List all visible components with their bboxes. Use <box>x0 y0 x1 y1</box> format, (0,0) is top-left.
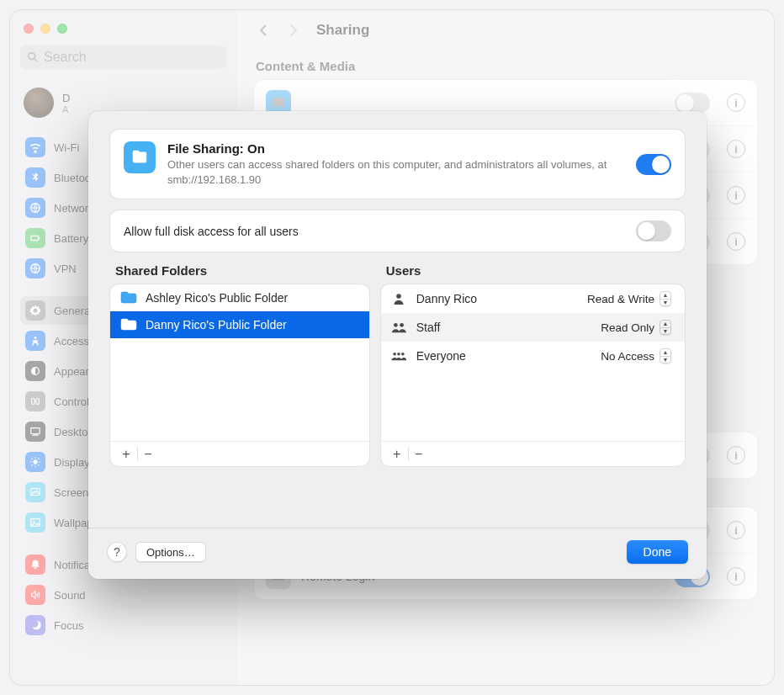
add-user-button[interactable]: + <box>386 442 408 466</box>
wall-icon <box>25 512 45 533</box>
svg-point-22 <box>394 323 398 327</box>
user-icon <box>389 321 408 333</box>
dialog-footer: ? Options… Done <box>88 528 707 579</box>
full-disk-access-toggle[interactable] <box>636 220 671 241</box>
shared-folder-item[interactable]: Danny Rico's Public Folder <box>110 311 369 338</box>
svg-rect-7 <box>36 399 40 405</box>
done-button[interactable]: Done <box>627 540 688 564</box>
info-button[interactable]: i <box>727 232 745 251</box>
control-icon <box>25 391 45 411</box>
search-icon <box>27 51 39 63</box>
svg-rect-8 <box>31 428 40 434</box>
shared-folders-label: Shared Folders <box>115 263 368 278</box>
permission-select[interactable]: No Access▲▼ <box>594 348 676 364</box>
window-controls <box>20 19 227 45</box>
sound-icon <box>25 585 45 605</box>
bell-icon <box>25 554 45 575</box>
gear-icon <box>25 300 45 321</box>
info-button[interactable]: i <box>727 93 745 112</box>
user-icon <box>389 293 408 305</box>
sidebar-item-sound[interactable]: Sound <box>20 581 227 609</box>
svg-point-10 <box>33 459 37 464</box>
stepper-icon: ▲▼ <box>660 291 671 306</box>
folder-icon <box>120 291 137 305</box>
appear-icon <box>25 361 45 381</box>
user-permission-row[interactable]: EveryoneNo Access▲▼ <box>381 342 685 370</box>
user-name: Everyone <box>416 349 585 363</box>
saver-icon <box>25 482 45 502</box>
sidebar-item-label: Battery <box>54 232 88 245</box>
file-sharing-icon <box>124 141 156 173</box>
svg-point-23 <box>400 323 404 327</box>
shared-folders-list[interactable]: Ashley Rico's Public FolderDanny Rico's … <box>110 284 369 466</box>
svg-rect-9 <box>33 435 39 436</box>
search-input[interactable]: Search <box>20 45 227 69</box>
svg-rect-14 <box>273 98 284 106</box>
info-button[interactable]: i <box>727 446 745 464</box>
permission-select[interactable]: Read Only▲▼ <box>594 319 676 336</box>
page-title: Sharing <box>316 22 369 39</box>
minimize-window-button[interactable] <box>40 24 50 34</box>
bluetooth-icon <box>25 167 45 188</box>
stepper-icon: ▲▼ <box>660 348 671 363</box>
zoom-window-button[interactable] <box>57 24 67 34</box>
file-sharing-status-box: File Sharing: On Other users can access … <box>110 130 685 199</box>
remove-user-button[interactable]: − <box>408 442 430 466</box>
sidebar-item-label: VPN <box>54 263 77 275</box>
sidebar-item-label: Wi-Fi <box>54 141 79 154</box>
shared-folder-item[interactable]: Ashley Rico's Public Folder <box>110 284 369 311</box>
account-sub: A <box>62 104 70 114</box>
back-button[interactable] <box>256 23 271 38</box>
folder-name: Danny Rico's Public Folder <box>146 318 287 332</box>
add-folder-button[interactable]: + <box>115 442 137 466</box>
forward-button[interactable] <box>286 23 301 38</box>
user-permission-row[interactable]: Danny RicoRead & Write▲▼ <box>381 284 685 313</box>
search-placeholder: Search <box>44 50 87 65</box>
display-icon <box>25 452 45 472</box>
user-permission-row[interactable]: StaffRead Only▲▼ <box>381 313 685 342</box>
permission-select[interactable]: Read & Write▲▼ <box>580 290 676 307</box>
info-button[interactable]: i <box>727 567 745 586</box>
file-sharing-title: File Sharing: On <box>167 141 624 156</box>
file-sharing-dialog: File Sharing: On Other users can access … <box>88 111 707 579</box>
info-button[interactable]: i <box>727 186 745 204</box>
svg-point-21 <box>396 294 401 299</box>
sidebar-item-label: General <box>54 305 93 317</box>
svg-rect-2 <box>39 237 40 240</box>
avatar <box>24 88 54 118</box>
permission-value: Read Only <box>601 321 654 334</box>
wifi-icon <box>25 137 45 157</box>
folder-name: Ashley Rico's Public Folder <box>146 291 288 305</box>
account-initial: D <box>62 92 70 104</box>
remove-folder-button[interactable]: − <box>137 442 159 466</box>
users-label: Users <box>386 263 683 278</box>
globe-icon <box>25 258 45 279</box>
full-disk-access-label: Allow full disk access for all users <box>124 225 299 238</box>
close-window-button[interactable] <box>24 24 34 34</box>
sidebar-item-label: Sound <box>54 589 86 602</box>
folder-icon <box>120 318 137 332</box>
svg-point-4 <box>34 337 37 339</box>
help-button[interactable]: ? <box>107 542 127 562</box>
svg-rect-6 <box>32 399 35 405</box>
info-button[interactable]: i <box>727 140 745 158</box>
header: Sharing <box>254 19 757 50</box>
permission-value: Read & Write <box>587 293 654 305</box>
permission-value: No Access <box>601 350 654 363</box>
user-icon <box>389 350 408 362</box>
options-button[interactable]: Options… <box>135 542 206 562</box>
info-button[interactable]: i <box>727 521 745 539</box>
sidebar-item-focus[interactable]: Focus <box>20 611 227 639</box>
user-name: Staff <box>416 321 585 334</box>
service-toggle[interactable] <box>675 93 710 114</box>
globe-icon <box>25 198 45 218</box>
stepper-icon: ▲▼ <box>660 320 671 335</box>
file-sharing-toggle[interactable] <box>636 154 671 175</box>
svg-point-26 <box>401 353 405 356</box>
users-list[interactable]: Danny RicoRead & Write▲▼StaffRead Only▲▼… <box>381 284 685 466</box>
svg-rect-1 <box>31 236 39 240</box>
sidebar-item-label: Focus <box>54 619 83 632</box>
desktop-icon <box>25 422 45 442</box>
svg-point-24 <box>393 353 396 356</box>
battery-icon <box>25 228 45 248</box>
